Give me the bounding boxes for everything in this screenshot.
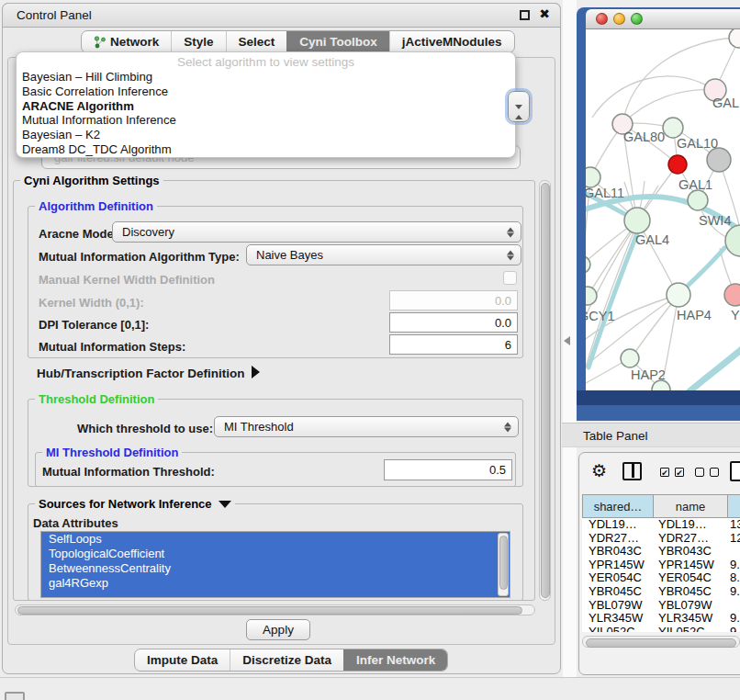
table-cell <box>725 545 740 559</box>
settings-vertical-scrollbar[interactable] <box>539 180 551 601</box>
tab-network[interactable]: Network <box>82 31 171 52</box>
algorithm-option[interactable]: ARACNE Algorithm <box>17 99 515 114</box>
minimize-window-icon[interactable] <box>613 13 625 25</box>
gear-icon[interactable]: ⚙ <box>591 460 607 481</box>
attribute-item[interactable]: BetweennessCentrality <box>41 561 510 576</box>
table-cell: 9. <box>725 559 740 572</box>
mi-type-combobox[interactable]: Naive Bayes <box>246 244 521 265</box>
tab-style[interactable]: Style <box>171 31 225 52</box>
table-cell: 9. <box>725 626 740 632</box>
table-cell: YDL19… <box>582 518 652 532</box>
zoom-window-icon[interactable] <box>631 13 643 25</box>
column-header[interactable]: shared… <box>583 495 654 517</box>
table-row[interactable]: YER054CYER054C8. <box>582 571 740 585</box>
attributes-list-scrollbar[interactable] <box>498 533 509 596</box>
attribute-item[interactable]: gal4RGexp <box>41 576 510 591</box>
network-node-swi4[interactable] <box>725 225 740 256</box>
network-node[interactable] <box>707 148 731 172</box>
network-node-y[interactable] <box>724 284 740 306</box>
network-node-gal11[interactable] <box>586 167 600 187</box>
attribute-item[interactable]: TopologicalCoefficient <box>41 547 510 561</box>
tab-select[interactable]: Select <box>226 31 287 52</box>
minimized-panel-button[interactable] <box>5 692 25 700</box>
float-window-icon[interactable] <box>520 10 530 20</box>
table-row[interactable]: YBR043CYBR043C <box>582 545 740 559</box>
aracne-mode-value: Discovery <box>122 225 174 239</box>
mi-steps-field[interactable]: 6 <box>389 334 518 355</box>
column-header[interactable]: name <box>654 495 728 517</box>
table-row[interactable]: YDR27…YDR27…12 <box>582 532 740 546</box>
network-node-label: SWI4 <box>699 213 731 228</box>
expand-right-icon[interactable] <box>252 366 260 378</box>
tab-discretize-data[interactable]: Discretize Data <box>230 649 343 671</box>
tab-infer-network[interactable]: Infer Network <box>343 649 447 671</box>
aracne-mode-combobox[interactable]: Discovery <box>112 221 521 243</box>
network-node-gal10[interactable] <box>663 118 683 138</box>
data-attributes-list[interactable]: SelfLoopsTopologicalCoefficientBetweenne… <box>40 531 510 598</box>
table-row[interactable]: YIL052CYIL052C9. <box>582 626 740 632</box>
select-all-checkbox-icon[interactable]: ✔ <box>660 468 669 477</box>
deselect-checkbox-icon[interactable] <box>710 468 719 477</box>
network-window-titlebar[interactable] <box>586 9 740 29</box>
bottom-divider <box>0 677 740 678</box>
algorithm-dropdown-placeholder: Select algorithm to view settings <box>17 52 515 69</box>
kernel-width-field[interactable]: 0.0 <box>389 290 518 310</box>
attribute-item[interactable]: SelfLoops <box>41 532 510 547</box>
table-cell: YBR043C <box>582 545 652 559</box>
network-node-gal4[interactable] <box>624 208 650 233</box>
table-horizontal-scrollbar[interactable] <box>582 636 740 648</box>
new-table-icon[interactable] <box>730 461 740 481</box>
tab-cyni-toolbox[interactable]: Cyni Toolbox <box>286 31 389 52</box>
table-cell: YDR27… <box>582 532 652 546</box>
algorithm-combobox-button[interactable] <box>508 91 530 122</box>
dpi-tolerance-field[interactable]: 0.0 <box>389 312 518 333</box>
network-node-gal1[interactable] <box>688 190 708 210</box>
apply-button[interactable]: Apply <box>246 619 310 640</box>
algorithm-option[interactable]: Bayesian – K2 <box>17 128 515 142</box>
column-header[interactable]: A <box>728 495 740 517</box>
manual-kernel-checkbox[interactable] <box>503 271 517 285</box>
network-node-hap2[interactable] <box>621 349 639 367</box>
select-all-checkbox-icon[interactable]: ✔ <box>675 468 684 477</box>
expand-down-icon[interactable] <box>219 501 231 508</box>
network-node[interactable] <box>729 29 740 48</box>
settings-horizontal-scrollbar[interactable] <box>15 604 535 615</box>
combo-arrows-icon <box>507 250 514 260</box>
network-node-label: GAL <box>712 96 739 110</box>
mi-threshold-field[interactable]: 0.5 <box>384 459 512 480</box>
table-row[interactable]: YBL079WYBL079W <box>582 599 740 613</box>
table-row[interactable]: YDL19…YDL19…13 <box>582 518 740 532</box>
table-row[interactable]: YLR345WYLR345W9. <box>582 612 740 626</box>
tab-impute-data[interactable]: Impute Data <box>135 649 230 671</box>
hub-definition-label[interactable]: Hub/Transcription Factor Definition <box>37 367 245 380</box>
table-row[interactable]: YBR045CYBR045C9. <box>582 585 740 599</box>
network-node[interactable] <box>668 155 687 174</box>
table-cell: YBR043C <box>652 545 725 559</box>
algorithm-option[interactable]: Basic Correlation Inference <box>17 85 515 99</box>
tab-label: Select <box>239 35 275 49</box>
collapse-divider-icon[interactable] <box>564 336 570 345</box>
mi-steps-label: Mutual Information Steps: <box>39 340 185 354</box>
close-panel-icon[interactable]: ✖ <box>539 6 550 21</box>
tab-jactivemnodules[interactable]: jActiveMNodules <box>389 31 514 52</box>
network-node-gcy1[interactable] <box>586 287 597 305</box>
algorithm-option[interactable]: Bayesian – Hill Climbing <box>17 70 515 85</box>
algorithm-option[interactable]: Mutual Information Inference <box>17 113 515 128</box>
network-window-frame-bottom <box>577 390 740 405</box>
table-cell: YDL19… <box>652 518 725 532</box>
split-view-icon[interactable] <box>622 462 642 480</box>
control-panel-tabbar: NetworkStyleSelectCyni ToolboxjActiveMNo… <box>81 30 515 53</box>
mi-threshold-label: Mutual Information Threshold: <box>42 465 215 479</box>
tab-label: Cyni Toolbox <box>299 35 377 49</box>
close-window-icon[interactable] <box>596 13 608 25</box>
table-body[interactable]: YDL19…YDL19…13YDR27…YDR27…12YBR043CYBR04… <box>582 518 740 632</box>
deselect-checkbox-icon[interactable] <box>695 468 704 477</box>
aracne-mode-label: Aracne Mode: <box>39 227 118 241</box>
algorithm-option[interactable]: Dream8 DC_TDC Algorithm <box>17 142 515 157</box>
sources-group-title[interactable]: Sources for Network Inference <box>35 497 235 511</box>
table-row[interactable]: YPR145WYPR145W9. <box>582 559 740 572</box>
network-canvas[interactable]: GALGAL80GAL10GAL11GAL1SWI4GAL4GCY1HAP4YH… <box>586 29 740 390</box>
which-threshold-combobox[interactable]: MI Threshold <box>214 416 519 437</box>
table-cell: YPR145W <box>582 559 652 572</box>
network-node-hap4[interactable] <box>667 283 690 307</box>
